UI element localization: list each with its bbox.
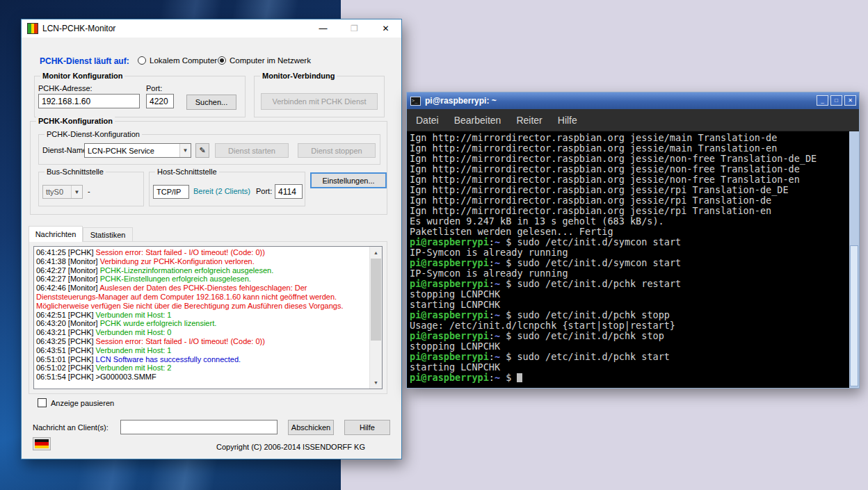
- monitor-config-group: Monitor Konfiguration PCHK-Adresse: Port…: [34, 76, 246, 117]
- service-start-button[interactable]: Dienst starten: [215, 143, 289, 158]
- prompt-separator: :: [489, 236, 495, 247]
- lcn-app-icon: [27, 23, 38, 34]
- scroll-down-icon[interactable]: ▼: [370, 377, 382, 389]
- german-flag-icon: [35, 439, 49, 448]
- log-entry-timestamp: 06:42:27 [Monitor]: [36, 275, 100, 283]
- prompt-path: ~: [495, 351, 500, 362]
- terminal-close-button[interactable]: ✕: [844, 95, 856, 106]
- client-message-label: Nachricht an Client(s):: [33, 423, 108, 432]
- host-port-input[interactable]: [275, 184, 303, 199]
- scrollbar-thumb[interactable]: [371, 259, 381, 341]
- terminal-titlebar[interactable]: >_ pi@raspberrypi: ~ _ □ ✕: [407, 92, 859, 109]
- send-button[interactable]: Abschicken: [288, 420, 334, 435]
- pause-checkbox-label: Anzeige pausieren: [51, 399, 114, 407]
- log-entry-timestamp: 06:51:02 [PCHK]: [36, 364, 96, 372]
- pchk-config-title: PCHK-Konfiguration: [36, 117, 115, 125]
- prompt-symbol: $: [500, 372, 517, 383]
- terminal-minimize-button[interactable]: _: [817, 95, 828, 106]
- terminal-caption-buttons: _ □ ✕: [817, 95, 856, 106]
- close-icon: ✕: [848, 97, 853, 104]
- terminal-output-line: stopping LCNPCHK: [410, 341, 848, 352]
- help-button[interactable]: Hilfe: [344, 420, 390, 435]
- log-entry: 06:42:51 [PCHK] Verbunden mit Host: 1: [36, 311, 368, 320]
- terminal-scrollbar-thumb[interactable]: [850, 245, 858, 386]
- connect-pchk-button[interactable]: Verbinden mit PCHK Dienst: [261, 93, 378, 110]
- terminal-title: pi@raspberrypi: ~: [425, 96, 497, 106]
- client-message-input[interactable]: [120, 420, 278, 434]
- log-entry: 06:43:20 [Monitor] PCHK wurde erfolgreic…: [36, 319, 368, 328]
- prompt-command: sudo /etc/init.d/pchk start: [517, 351, 669, 362]
- prompt-command: sudo /etc/init.d/pchk restart: [517, 278, 681, 289]
- search-button[interactable]: Suchen...: [186, 95, 236, 110]
- bus-interface-group: Bus-Schnittstelle ttyS0 ▼ -: [38, 172, 144, 206]
- service-name-combobox[interactable]: LCN-PCHK Service ▼: [84, 143, 191, 158]
- prompt-user: pi@raspberrypi: [410, 236, 489, 247]
- log-scrollbar[interactable]: ▲ ▼: [369, 247, 382, 389]
- terminal-prompt-line: pi@raspberrypi:~ $ sudo /etc/init.d/symc…: [410, 237, 848, 247]
- refresh-service-button[interactable]: ✎: [195, 143, 209, 158]
- edit-icon: ✎: [199, 146, 205, 155]
- terminal-prompt-line: pi@raspberrypi:~ $ sudo /etc/init.d/pchk…: [410, 352, 848, 362]
- terminal-menubar: DateiBearbeitenReiterHilfe: [407, 109, 859, 131]
- menu-item-hilfe[interactable]: Hilfe: [558, 115, 577, 126]
- log-area: 06:41:25 [PCHK] Session error: Start fai…: [34, 247, 370, 389]
- chevron-down-icon: ▼: [71, 186, 82, 198]
- language-button[interactable]: [33, 437, 51, 450]
- minimize-button[interactable]: —: [307, 19, 339, 38]
- lcn-titlebar[interactable]: LCN-PCHK-Monitor — ❐ ✕: [22, 19, 401, 38]
- radio-circle-icon: [218, 56, 226, 65]
- tab-statistiken[interactable]: Statistiken: [83, 227, 133, 242]
- log-entry-timestamp: 06:42:27 [Monitor]: [36, 266, 100, 275]
- settings-button[interactable]: Einstellungen...: [310, 172, 387, 188]
- terminal-screen[interactable]: Ign http://mirrordirector.raspbian.org j…: [407, 131, 859, 388]
- scroll-up-icon[interactable]: ▲: [370, 247, 382, 259]
- monitor-connection-title: Monitor-Verbindung: [260, 72, 337, 80]
- prompt-command: sudo /etc/init.d/symcon start: [517, 257, 681, 268]
- log-entry-timestamp: 06:43:25 [PCHK]: [36, 337, 96, 345]
- radio-local-computer[interactable]: Lokalem Computer: [138, 56, 217, 65]
- menu-item-datei[interactable]: Datei: [416, 115, 439, 126]
- prompt-user: pi@raspberrypi: [410, 372, 489, 383]
- monitor-port-input[interactable]: [146, 94, 174, 108]
- prompt-user: pi@raspberrypi: [410, 257, 489, 268]
- menu-item-reiter[interactable]: Reiter: [516, 115, 542, 126]
- log-entry-timestamp: 06:51:54 [PCHK]: [36, 373, 96, 381]
- prompt-separator: :: [489, 278, 495, 289]
- menu-item-bearbeiten[interactable]: Bearbeiten: [454, 115, 501, 126]
- service-name-label: Dienst-Name:: [42, 146, 89, 154]
- terminal-output-line: Ign http://mirrordirector.raspbian.org j…: [410, 133, 848, 143]
- prompt-separator: :: [489, 257, 495, 268]
- radio-network-computer[interactable]: Computer im Netzwerk: [218, 56, 311, 65]
- prompt-user: pi@raspberrypi: [410, 351, 489, 362]
- service-config-group: PCHK-Dienst-Konfiguration Dienst-Name: L…: [38, 134, 380, 165]
- log-entry-message: Session error: Start failed - I/O timeou…: [96, 248, 265, 256]
- terminal-cursor: [517, 373, 522, 382]
- host-port-label: Port:: [256, 187, 272, 195]
- terminal-scrollbar[interactable]: [849, 131, 859, 388]
- prompt-path: ~: [495, 372, 500, 383]
- monitor-connection-group: Monitor-Verbindung Verbinden mit PCHK Di…: [254, 76, 385, 117]
- log-entry-message: Verbunden mit Host: 1: [96, 311, 172, 319]
- terminal-prompt-line: pi@raspberrypi:~ $ sudo /etc/init.d/pchk…: [410, 279, 848, 289]
- log-entry-timestamp: 06:42:46 [Monitor]: [36, 284, 99, 292]
- terminal-maximize-button[interactable]: □: [830, 95, 842, 106]
- terminal-output-line: Ign http://mirrordirector.raspbian.org j…: [410, 185, 848, 195]
- service-stop-button[interactable]: Dienst stoppen: [298, 143, 376, 158]
- maximize-icon: ❐: [351, 24, 358, 33]
- tab-nachrichten[interactable]: Nachrichten: [29, 226, 83, 242]
- prompt-symbol: $: [500, 351, 517, 362]
- bus-interface-combobox[interactable]: ttyS0 ▼: [42, 185, 83, 199]
- log-entry: 06:43:21 [PCHK] Verbunden mit Host: 0: [36, 328, 368, 337]
- prompt-command: sudo /etc/init.d/pchk stopp: [517, 309, 669, 320]
- pause-checkbox[interactable]: [38, 398, 47, 407]
- maximize-button[interactable]: ❐: [339, 19, 370, 38]
- pchk-config-group: PCHK-Konfiguration PCHK-Dienst-Konfigura…: [30, 121, 387, 215]
- log-entry-message: PCHK-Einstellungen erfolgreich ausgelese…: [100, 275, 251, 283]
- terminal-output-line: Ign http://mirrordirector.raspbian.org j…: [410, 154, 848, 164]
- close-button[interactable]: ✕: [370, 19, 401, 38]
- prompt-command: sudo /etc/init.d/symcon start: [517, 236, 681, 247]
- host-interface-combobox[interactable]: TCP/IP: [153, 185, 189, 199]
- pchk-address-input[interactable]: [38, 94, 140, 108]
- prompt-separator: :: [489, 330, 495, 341]
- terminal-output-line: Paketlisten werden gelesen... Fertig: [410, 227, 848, 237]
